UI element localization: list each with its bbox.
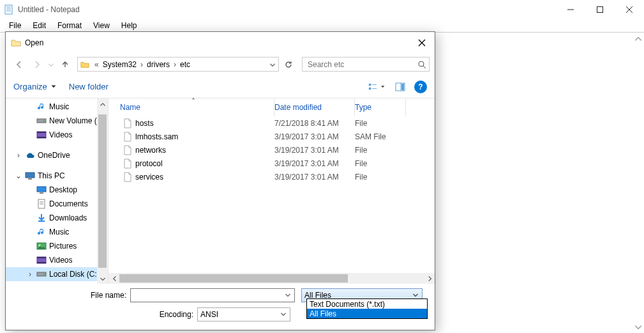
search-icon[interactable] [415, 60, 429, 69]
scroll-right-icon[interactable] [424, 273, 435, 284]
scroll-up-icon[interactable] [97, 98, 108, 109]
maximize-button[interactable] [585, 0, 615, 19]
back-button[interactable] [11, 57, 27, 72]
tree-item[interactable]: Videos [6, 128, 108, 142]
file-name: hosts [135, 119, 154, 128]
breadcrumb-part[interactable]: etc [179, 60, 191, 69]
file-list-hscrollbar[interactable] [109, 273, 435, 284]
expand-icon[interactable]: ⌄ [15, 171, 22, 180]
breadcrumb-dropdown-icon[interactable] [267, 61, 278, 68]
breadcrumb-part[interactable]: drivers [146, 60, 171, 69]
view-options-button[interactable] [368, 79, 386, 95]
file-date: 3/19/2017 3:01 AM [274, 132, 355, 141]
menu-edit[interactable]: Edit [27, 20, 51, 31]
column-name[interactable]: Name ˄ [109, 98, 274, 116]
file-list-header[interactable]: Name ˄ Date modified Type [109, 98, 435, 116]
recent-locations-button[interactable] [47, 57, 56, 72]
file-type: File [355, 173, 406, 182]
column-date[interactable]: Date modified [274, 98, 355, 116]
tree-item[interactable]: Music [6, 225, 108, 239]
filename-input[interactable] [130, 288, 295, 302]
tree-item[interactable]: ›OneDrive [6, 148, 108, 162]
open-dialog: Open « System32 › drivers › etc [5, 31, 435, 330]
breadcrumb-prefix[interactable]: « [92, 60, 101, 69]
file-date: 3/19/2017 3:01 AM [274, 173, 355, 182]
scroll-left-icon[interactable] [109, 273, 119, 284]
tree-item[interactable]: Music [6, 100, 108, 114]
expand-icon[interactable]: › [15, 151, 22, 160]
dialog-close-button[interactable] [409, 34, 435, 52]
tree-item[interactable]: ›Local Disk (C:) [6, 267, 108, 281]
search-input[interactable] [306, 59, 415, 70]
svg-line-11 [423, 66, 426, 68]
expand-icon[interactable]: › [26, 270, 34, 279]
svg-rect-25 [28, 178, 32, 180]
up-button[interactable] [57, 57, 73, 72]
help-button[interactable]: ? [414, 81, 427, 93]
refresh-button[interactable] [281, 57, 296, 72]
preview-pane-button[interactable] [391, 79, 409, 95]
scroll-thumb[interactable] [98, 114, 107, 268]
file-date: 3/19/2017 3:01 AM [274, 159, 355, 168]
file-row[interactable]: lmhosts.sam3/19/2017 3:01 AMSAM File [109, 130, 435, 143]
file-row[interactable]: networks3/19/2017 3:01 AMFile [109, 143, 435, 157]
tree-item[interactable]: ⌄This PC [6, 169, 108, 183]
tree-item[interactable]: Videos [6, 253, 108, 267]
svg-point-20 [43, 120, 45, 121]
menu-file[interactable]: File [4, 20, 26, 31]
file-type: SAM File [355, 132, 406, 141]
videos-icon [36, 130, 47, 140]
svg-rect-34 [37, 257, 46, 258]
tree-item[interactable]: Downloads [6, 211, 108, 225]
tree-item-label: Desktop [49, 185, 77, 194]
encoding-combobox[interactable]: ANSI [197, 307, 290, 321]
organize-button[interactable]: Organize [13, 82, 57, 91]
column-type[interactable]: Type [355, 98, 406, 116]
notepad-icon [4, 4, 14, 15]
forward-button[interactable] [29, 57, 45, 72]
filetype-option[interactable]: Text Documents (*.txt) [307, 299, 427, 309]
tree-item[interactable]: New Volume (E:) [6, 114, 108, 128]
dialog-toolbar: Organize New folder ? [6, 75, 435, 98]
menu-view[interactable]: View [88, 20, 115, 31]
thispc-icon [25, 171, 35, 181]
minimize-button[interactable] [556, 0, 585, 19]
file-date: 3/19/2017 3:01 AM [274, 146, 355, 155]
sort-indicator-icon: ˄ [191, 97, 195, 106]
file-row[interactable]: protocol3/19/2017 3:01 AMFile [109, 157, 435, 170]
hscroll-thumb[interactable] [119, 274, 348, 283]
chevron-right-icon[interactable]: › [138, 60, 146, 69]
menu-help[interactable]: Help [116, 20, 142, 31]
encoding-value: ANSI [200, 310, 218, 319]
scrollbar-down-icon[interactable] [633, 321, 643, 332]
file-name: lmhosts.sam [135, 132, 178, 141]
scroll-down-icon[interactable] [97, 273, 108, 284]
breadcrumb[interactable]: « System32 › drivers › etc [77, 57, 279, 72]
file-row[interactable]: services3/19/2017 3:01 AMFile [109, 170, 435, 183]
chevron-right-icon[interactable]: › [171, 60, 179, 69]
tree-item-label: OneDrive [38, 151, 70, 160]
file-row[interactable]: hosts7/21/2018 8:41 AMFile [109, 116, 435, 130]
menu-format[interactable]: Format [52, 20, 87, 31]
filename-dropdown-icon[interactable] [284, 291, 292, 300]
breadcrumb-part[interactable]: System32 [101, 60, 138, 69]
file-icon [123, 132, 133, 142]
file-list: Name ˄ Date modified Type hosts7/21/2018… [108, 98, 435, 284]
svg-rect-23 [37, 137, 46, 138]
new-folder-button[interactable]: New folder [69, 82, 109, 91]
file-name: services [135, 173, 163, 182]
close-button[interactable] [615, 0, 644, 19]
music-icon [36, 227, 47, 237]
svg-point-32 [39, 245, 41, 247]
search-box[interactable] [302, 57, 430, 72]
tree-item[interactable]: Pictures [6, 239, 108, 253]
tree-scrollbar[interactable] [97, 98, 108, 284]
tree-item-label: Local Disk (C:) [49, 270, 100, 279]
filetype-option[interactable]: All Files [307, 309, 427, 318]
svg-rect-5 [597, 7, 603, 13]
file-type: File [355, 119, 406, 128]
notepad-titlebar: Untitled - Notepad [0, 0, 644, 19]
tree-item[interactable]: Documents [6, 197, 108, 211]
tree-item[interactable]: Desktop [6, 183, 108, 197]
scrollbar-up-icon[interactable] [633, 33, 643, 44]
